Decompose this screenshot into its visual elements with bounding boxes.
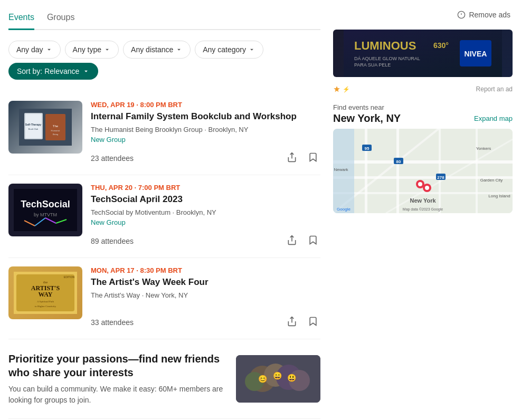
- promo-image: 😊 😄 😃: [236, 355, 320, 403]
- action-icons-3: [285, 314, 320, 330]
- filter-type[interactable]: Any type: [65, 41, 119, 59]
- ad-visual: LUMINOUS 630° DÁ AQUELE GLOW NATURAL PAR…: [333, 30, 513, 77]
- event-date-2: THU, APR 20 · 7:00 PM BRT: [91, 184, 320, 192]
- location-text: New York, NY: [333, 112, 401, 125]
- share-button-1[interactable]: [285, 150, 299, 166]
- svg-text:Map data ©2023 Google: Map data ©2023 Google: [403, 207, 443, 212]
- svg-text:WAY: WAY: [39, 291, 53, 298]
- action-icons-2: [285, 233, 320, 249]
- event-location-2: TechSocial by Motiventum · Brooklyn, NY: [91, 208, 320, 216]
- expand-map-button[interactable]: Expand map: [474, 114, 513, 122]
- svg-text:New York: New York: [410, 197, 436, 204]
- remove-ads-button[interactable]: Remove ads: [455, 8, 513, 21]
- svg-text:278: 278: [437, 175, 444, 180]
- svg-text:A Spiritual Path: A Spiritual Path: [37, 300, 54, 303]
- freestar-label: ⚡: [333, 85, 350, 93]
- freestar-text: ⚡: [343, 86, 350, 93]
- filter-distance-label: Any distance: [131, 45, 173, 54]
- ad-footer: ⚡ Report an ad: [333, 85, 513, 93]
- bookclub-thumb-image: Self-Therapy Book Club The Humanist Bein…: [19, 109, 72, 146]
- promo-image-visual: 😊 😄 😃: [236, 355, 320, 403]
- event-thumbnail-1[interactable]: Self-Therapy Book Club The Humanist Bein…: [8, 101, 82, 154]
- save-button-2[interactable]: [306, 233, 320, 249]
- svg-text:Being: Being: [53, 133, 58, 136]
- event-actions-2: 89 attendees: [91, 233, 320, 249]
- sort-button[interactable]: Sort by: Relevance: [8, 63, 98, 80]
- event-thumbnail-2[interactable]: TechSocial by MTVTM: [8, 184, 82, 236]
- event-date-3: MON, APR 17 · 8:30 PM BRT: [91, 266, 320, 274]
- map-container[interactable]: New York Newark Yonkers Garden City Long…: [333, 129, 513, 213]
- svg-text:Humanist: Humanist: [51, 129, 61, 132]
- svg-text:EDITION: EDITION: [64, 275, 75, 279]
- chevron-down-icon: [45, 46, 53, 53]
- new-group-badge-2[interactable]: New Group: [91, 218, 320, 226]
- event-thumbnail-3[interactable]: the ARTIST'S WAY A Spiritual Path to Hig…: [8, 266, 82, 319]
- save-button-3[interactable]: [306, 314, 320, 330]
- filter-day[interactable]: Any day: [8, 41, 61, 59]
- filters-bar: Any day Any type Any distance Any catego…: [8, 41, 320, 80]
- svg-text:TechSocial: TechSocial: [21, 199, 70, 209]
- event-card-2: TechSocial by MTVTM THU, APR 20 · 7:00 P…: [8, 175, 320, 258]
- share-button-2[interactable]: [285, 233, 299, 249]
- svg-point-67: [418, 182, 422, 186]
- svg-text:Self-Therapy: Self-Therapy: [25, 123, 42, 126]
- promo-description: You can build a community. We make it ea…: [8, 384, 228, 406]
- map-section: Find events near New York, NY Expand map: [333, 103, 513, 213]
- svg-point-69: [425, 186, 429, 190]
- tab-groups[interactable]: Groups: [47, 8, 74, 30]
- svg-text:😊: 😊: [258, 375, 268, 384]
- svg-text:the: the: [43, 280, 48, 284]
- bookmark-icon: [308, 316, 318, 327]
- svg-marker-43: [334, 86, 340, 92]
- svg-rect-2: [25, 114, 42, 138]
- svg-text:Google: Google: [337, 207, 351, 212]
- share-button-3[interactable]: [285, 314, 299, 330]
- filter-distance[interactable]: Any distance: [123, 41, 191, 59]
- share-icon: [287, 316, 297, 327]
- svg-text:😃: 😃: [287, 374, 297, 383]
- filter-category[interactable]: Any category: [195, 41, 263, 59]
- event-title-1[interactable]: Internal Family System Bookclub and Work…: [91, 111, 320, 122]
- bookmark-icon: [308, 235, 318, 245]
- remove-ads-label: Remove ads: [469, 11, 510, 19]
- svg-text:630°: 630°: [433, 41, 449, 50]
- attendees-count-3: 33 attendees: [91, 318, 134, 327]
- svg-text:The: The: [53, 125, 59, 128]
- artists-thumb-image: the ARTIST'S WAY A Spiritual Path to Hig…: [14, 272, 77, 314]
- event-location-1: The Humanist Being Brooklyn Group · Broo…: [91, 126, 320, 133]
- event-title-3[interactable]: The Artist's Way Week Four: [91, 276, 320, 288]
- svg-text:PARA SUA PELE: PARA SUA PELE: [354, 62, 391, 68]
- event-actions-3: 33 attendees: [91, 314, 320, 330]
- tab-events[interactable]: Events: [8, 8, 34, 30]
- event-actions-1: 23 attendees: [91, 150, 320, 166]
- svg-text:Garden City: Garden City: [480, 178, 503, 183]
- svg-rect-51: [476, 129, 478, 213]
- svg-text:to Higher Creativity: to Higher Creativity: [35, 305, 56, 308]
- filter-category-label: Any category: [203, 45, 246, 54]
- svg-text:😄: 😄: [273, 371, 282, 380]
- share-icon: [287, 235, 297, 245]
- event-title-2[interactable]: TechSocial April 2023: [91, 194, 320, 205]
- ad-banner[interactable]: LUMINOUS 630° DÁ AQUELE GLOW NATURAL PAR…: [333, 30, 513, 77]
- action-icons-1: [285, 150, 320, 166]
- svg-text:NIVEA: NIVEA: [465, 50, 487, 58]
- svg-rect-50: [439, 129, 441, 213]
- save-button-1[interactable]: [306, 150, 320, 166]
- event-info-2: THU, APR 20 · 7:00 PM BRT TechSocial Apr…: [91, 184, 320, 249]
- svg-text:Book Club: Book Club: [29, 128, 39, 130]
- svg-text:by MTVTM: by MTVTM: [34, 212, 57, 217]
- chevron-down-icon: [103, 46, 111, 53]
- report-ad-button[interactable]: Report an ad: [476, 85, 513, 93]
- map-location: New York, NY Expand map: [333, 112, 513, 125]
- filter-day-label: Any day: [16, 45, 43, 54]
- sidebar: Remove ads LUMINOUS 630° DÁ AQUELE GLOW …: [333, 8, 513, 419]
- promo-section: Prioritize your passions—find new friend…: [8, 339, 320, 419]
- tabs-bar: Events Groups: [8, 8, 320, 30]
- svg-text:95: 95: [365, 146, 370, 151]
- svg-rect-49: [396, 129, 399, 213]
- event-card-3: the ARTIST'S WAY A Spiritual Path to Hig…: [8, 258, 320, 339]
- new-group-badge-1[interactable]: New Group: [91, 136, 320, 144]
- freestar-icon: [333, 85, 340, 93]
- event-location-3: The Artist's Way · New York, NY: [91, 291, 320, 299]
- techsocial-thumb-image: TechSocial by MTVTM: [14, 189, 77, 231]
